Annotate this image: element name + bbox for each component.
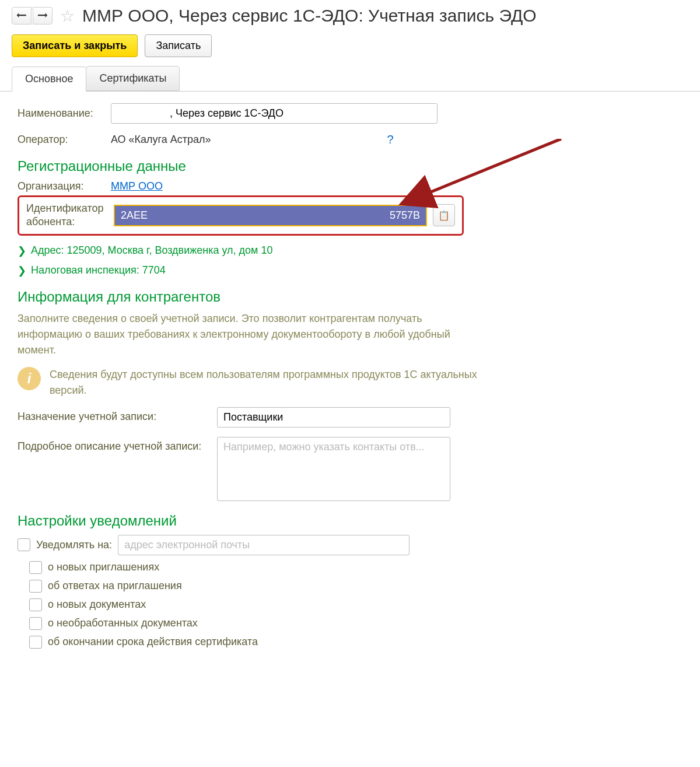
opt1-row: о новых приглашениях bbox=[29, 561, 682, 574]
nav-buttons: 🠔 🠖 bbox=[12, 7, 52, 24]
opt5-row: об окончании срока действия сертификата bbox=[29, 636, 682, 649]
back-button[interactable]: 🠔 bbox=[12, 7, 32, 24]
reg-section-title: Регистрационные данные bbox=[18, 158, 682, 174]
tax-text: Налоговая инспекция: 7704 bbox=[31, 264, 166, 276]
tabs: Основное Сертификаты bbox=[0, 63, 700, 92]
opt5-checkbox[interactable] bbox=[29, 636, 42, 649]
opt3-row: о новых документах bbox=[29, 598, 682, 611]
org-link[interactable]: ММР ООО bbox=[111, 180, 163, 192]
name-input[interactable] bbox=[111, 103, 438, 124]
detail-textarea[interactable] bbox=[217, 437, 450, 501]
name-label: Наименование: bbox=[18, 107, 104, 120]
header: 🠔 🠖 ☆ ММР ООО, Через сервис 1С-ЭДО: Учет… bbox=[0, 0, 700, 29]
info-note: Сведения будут доступны всем пользовател… bbox=[50, 367, 487, 398]
subscriber-id-highlight: Идентификатор абонента: 2AEE 5757B 📋 bbox=[18, 195, 464, 236]
id-right: 5757B bbox=[390, 209, 420, 222]
address-row[interactable]: ❯ Адрес: 125009, Москва г, Воздвиженка у… bbox=[18, 244, 682, 257]
purpose-input[interactable] bbox=[217, 407, 450, 428]
purpose-label: Назначение учетной записи: bbox=[18, 407, 210, 423]
org-label: Организация: bbox=[18, 180, 104, 192]
notify-label: Уведомлять на: bbox=[36, 539, 112, 551]
info-icon: i bbox=[18, 367, 41, 390]
operator-row: Оператор: АО «Калуга Астрал» ? bbox=[18, 133, 682, 146]
detail-row: Подробное описание учетной записи: bbox=[18, 437, 682, 501]
content: Наименование: Оператор: АО «Калуга Астра… bbox=[0, 92, 700, 666]
chevron-right-icon: ❯ bbox=[18, 244, 26, 257]
toolbar: Записать и закрыть Записать bbox=[0, 29, 700, 63]
notif-section-title: Настройки уведомлений bbox=[18, 513, 682, 529]
id-left: 2AEE bbox=[121, 209, 148, 222]
page-title: ММР ООО, Через сервис 1С-ЭДО: Учетная за… bbox=[82, 6, 537, 26]
operator-label: Оператор: bbox=[18, 134, 104, 146]
opt2-checkbox[interactable] bbox=[29, 580, 42, 593]
help-link[interactable]: ? bbox=[387, 133, 394, 146]
tab-certificates[interactable]: Сертификаты bbox=[86, 66, 180, 91]
favorite-icon[interactable]: ☆ bbox=[55, 6, 79, 26]
info-section-title: Информация для контрагентов bbox=[18, 289, 682, 305]
org-row: Организация: ММР ООО bbox=[18, 180, 682, 192]
operator-value: АО «Калуга Астрал» bbox=[111, 134, 211, 146]
info-note-bar: i Сведения будут доступны всем пользоват… bbox=[18, 367, 682, 398]
opt1-label: о новых приглашениях bbox=[48, 561, 159, 573]
opt5-label: об окончании срока действия сертификата bbox=[48, 636, 258, 648]
address-text: Адрес: 125009, Москва г, Воздвиженка ул,… bbox=[31, 244, 273, 257]
notify-checkbox[interactable] bbox=[18, 538, 30, 551]
opt3-label: о новых документах bbox=[48, 598, 146, 611]
email-input[interactable] bbox=[118, 535, 410, 555]
copy-icon: 📋 bbox=[438, 210, 450, 221]
tax-row[interactable]: ❯ Налоговая инспекция: 7704 bbox=[18, 264, 682, 277]
save-button[interactable]: Записать bbox=[145, 34, 212, 57]
opt4-label: о необработанных документах bbox=[48, 617, 198, 629]
notify-row: Уведомлять на: bbox=[18, 535, 682, 555]
opt2-label: об ответах на приглашения bbox=[48, 580, 182, 592]
subscriber-id-field[interactable]: 2AEE 5757B bbox=[114, 205, 427, 226]
opt4-checkbox[interactable] bbox=[29, 617, 42, 630]
opt1-checkbox[interactable] bbox=[29, 561, 42, 574]
opt2-row: об ответах на приглашения bbox=[29, 580, 682, 593]
copy-button[interactable]: 📋 bbox=[433, 204, 455, 226]
forward-button[interactable]: 🠖 bbox=[33, 7, 52, 24]
opt3-checkbox[interactable] bbox=[29, 598, 42, 611]
purpose-row: Назначение учетной записи: bbox=[18, 407, 682, 428]
name-row: Наименование: bbox=[18, 103, 682, 124]
opt4-row: о необработанных документах bbox=[29, 617, 682, 630]
detail-label: Подробное описание учетной записи: bbox=[18, 437, 210, 453]
info-desc: Заполните сведения о своей учетной запис… bbox=[18, 311, 455, 358]
chevron-right-icon: ❯ bbox=[18, 264, 26, 277]
subscriber-id-label: Идентификатор абонента: bbox=[26, 202, 108, 229]
tab-main[interactable]: Основное bbox=[12, 66, 86, 92]
save-close-button[interactable]: Записать и закрыть bbox=[12, 34, 138, 57]
